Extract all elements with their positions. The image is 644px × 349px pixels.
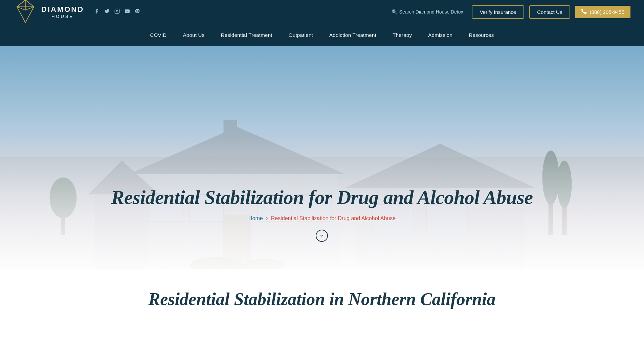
contact-us-button[interactable]: Contact Us [529, 5, 570, 19]
scroll-down-button[interactable] [316, 230, 328, 242]
top-bar: DIAMOND HOUSE [0, 0, 644, 24]
top-bar-actions: 🔍 Search Diamond House Detox Verify Insu… [388, 5, 630, 19]
social-icons [94, 8, 140, 15]
svg-rect-8 [115, 9, 119, 13]
nav-item-resources[interactable]: Resources [461, 25, 502, 45]
hero-section: Residential Stabilization for Drug and A… [0, 46, 644, 269]
chevron-down-icon [319, 233, 325, 238]
search-label: Search Diamond House Detox [399, 9, 463, 15]
instagram-icon[interactable] [114, 8, 120, 15]
nav-item-outpatient[interactable]: Outpatient [281, 25, 321, 45]
youtube-icon[interactable] [125, 8, 130, 15]
logo-house-text: HOUSE [51, 14, 74, 19]
breadcrumb: Home > Residential Stabilization for Dru… [111, 215, 533, 222]
breadcrumb-current-page: Residential Stabilization for Drug and A… [271, 215, 396, 222]
nav-item-therapy[interactable]: Therapy [384, 25, 420, 45]
verify-insurance-button[interactable]: Verify Insurance [472, 5, 524, 19]
nav-item-about[interactable]: About Us [175, 25, 213, 45]
svg-point-10 [118, 10, 118, 10]
search-box[interactable]: 🔍 Search Diamond House Detox [388, 7, 467, 17]
hero-content: Residential Stabilization for Drug and A… [111, 186, 533, 242]
breadcrumb-home-link[interactable]: Home [248, 215, 263, 222]
twitter-icon[interactable] [104, 8, 110, 15]
facebook-icon[interactable] [94, 8, 99, 15]
bottom-title: Residential Stabilization in Northern Ca… [14, 289, 630, 309]
nav-item-addiction[interactable]: Addiction Treatment [321, 25, 384, 45]
nav-item-admission[interactable]: Admission [420, 25, 461, 45]
phone-label: (888) 205-9455 [590, 9, 624, 15]
nav-item-residential[interactable]: Residential Treatment [213, 25, 281, 45]
phone-button[interactable]: (888) 205-9455 [575, 6, 630, 18]
logo[interactable]: DIAMOND HOUSE [14, 0, 84, 25]
logo-diamond-text: DIAMOND [41, 5, 84, 14]
svg-point-9 [116, 10, 118, 12]
phone-icon [581, 9, 587, 15]
bottom-section: Residential Stabilization in Northern Ca… [0, 269, 644, 323]
nav-item-covid[interactable]: COVID [142, 25, 175, 45]
diamond-logo-icon [14, 0, 37, 25]
main-nav: COVID About Us Residential Treatment Out… [0, 24, 644, 46]
search-icon: 🔍 [392, 9, 397, 15]
pinterest-icon[interactable] [135, 8, 140, 15]
breadcrumb-separator: > [266, 216, 268, 221]
hero-title: Residential Stabilization for Drug and A… [111, 186, 533, 209]
